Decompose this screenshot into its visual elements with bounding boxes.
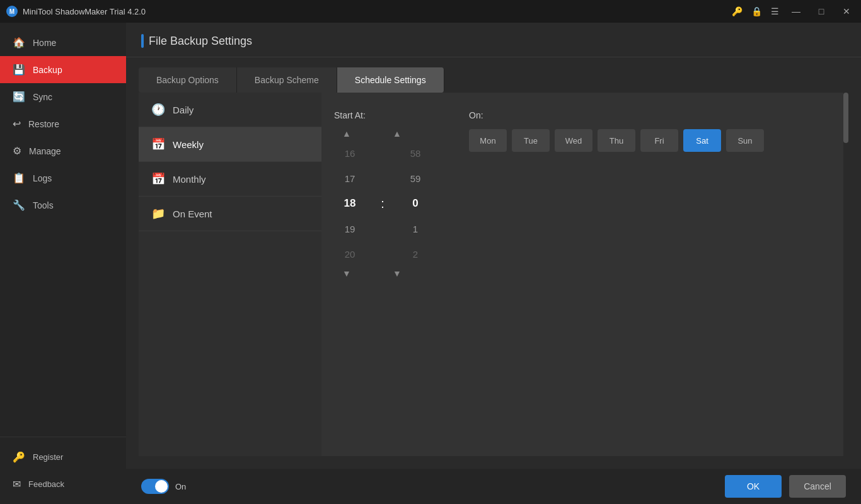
- ok-button[interactable]: OK: [725, 475, 782, 498]
- tools-icon: 🔧: [13, 199, 25, 211]
- day-sat[interactable]: Sat: [683, 129, 721, 152]
- minutes-column: 58 59 0 1 2: [400, 140, 431, 266]
- key-icon[interactable]: 🔑: [732, 6, 743, 16]
- sidebar-item-restore[interactable]: ↩ Restore: [0, 110, 126, 137]
- minimize-button[interactable]: —: [788, 3, 804, 20]
- sidebar-item-sync[interactable]: 🔄 Sync: [0, 83, 126, 110]
- tab-backup-options[interactable]: Backup Options: [139, 67, 237, 93]
- min-plus2: 2: [400, 241, 431, 266]
- app-body: 🏠 Home 💾 Backup 🔄 Sync ↩ Restore ⚙ Manag…: [0, 23, 861, 504]
- settings-tabs: Backup Options Backup Scheme Schedule Se…: [139, 67, 848, 93]
- enable-toggle[interactable]: [141, 479, 169, 494]
- cancel-button[interactable]: Cancel: [789, 475, 846, 498]
- time-arrows-top: ▲ ▲: [334, 129, 431, 138]
- toggle-knob: [155, 480, 168, 493]
- sidebar-item-label-restore: Restore: [28, 119, 59, 129]
- tab-backup-scheme[interactable]: Backup Scheme: [237, 67, 337, 93]
- day-sun[interactable]: Sun: [726, 129, 764, 152]
- minute-up-button[interactable]: ▲: [384, 129, 410, 138]
- min-selected: 0: [400, 191, 431, 216]
- feedback-icon: ✉: [13, 478, 21, 490]
- lock-icon[interactable]: 🔒: [751, 6, 762, 16]
- schedule-type-label-daily: Daily: [173, 105, 194, 115]
- day-fri[interactable]: Fri: [640, 129, 678, 152]
- day-selector-section: On: Mon Tue Wed Thu Fri Sat Sun: [469, 110, 764, 152]
- day-thu[interactable]: Thu: [598, 129, 635, 152]
- hours-column: 16 17 18 19 20: [334, 140, 366, 266]
- schedule-type-weekly[interactable]: 📅 Weekly: [139, 127, 321, 162]
- on-label: On:: [469, 110, 764, 120]
- sidebar-bottom: 🔑 Register ✉ Feedback: [0, 437, 126, 504]
- time-separator: :: [378, 191, 387, 216]
- hour-selected: 18: [334, 191, 366, 216]
- sync-icon: 🔄: [13, 91, 25, 103]
- minute-down-button[interactable]: ▼: [384, 269, 410, 278]
- titlebar-controls: 🔑 🔒 ☰ — □ ✕: [732, 3, 855, 20]
- day-wed[interactable]: Wed: [555, 129, 592, 152]
- sidebar-item-tools[interactable]: 🔧 Tools: [0, 192, 126, 219]
- app-logo: M: [6, 6, 18, 17]
- sidebar-item-label-register: Register: [33, 452, 63, 462]
- sidebar-nav: 🏠 Home 💾 Backup 🔄 Sync ↩ Restore ⚙ Manag…: [0, 23, 126, 437]
- page-header: File Backup Settings: [126, 23, 861, 57]
- scrollbar-thumb[interactable]: [843, 93, 848, 143]
- logs-icon: 📋: [13, 172, 25, 184]
- schedule-type-monthly[interactable]: 📅 Monthly: [139, 162, 321, 197]
- home-icon: 🏠: [13, 37, 25, 49]
- app-title: MiniTool ShadowMaker Trial 4.2.0: [23, 7, 146, 16]
- hour-plus1: 19: [334, 216, 366, 241]
- sidebar-item-label-home: Home: [33, 38, 56, 48]
- monthly-icon: 📅: [151, 172, 165, 186]
- page-title: File Backup Settings: [149, 35, 252, 48]
- schedule-type-label-monthly: Monthly: [173, 174, 206, 185]
- toggle-row: On: [141, 479, 186, 494]
- time-picker-section: Start At: ▲ ▲ 16 17 18 19: [334, 110, 431, 278]
- daily-icon: 🕐: [151, 103, 165, 117]
- sidebar-item-feedback[interactable]: ✉ Feedback: [0, 471, 126, 498]
- sidebar-item-logs[interactable]: 📋 Logs: [0, 164, 126, 192]
- bottom-bar: On OK Cancel: [126, 469, 861, 504]
- sidebar-item-label-feedback: Feedback: [28, 479, 64, 489]
- sidebar-item-backup[interactable]: 💾 Backup: [0, 56, 126, 83]
- header-accent-bar: [141, 34, 144, 48]
- schedule-type-label-weekly: Weekly: [173, 139, 204, 150]
- sidebar-item-label-manage: Manage: [29, 146, 61, 156]
- schedule-type-on-event[interactable]: 📁 On Event: [139, 197, 321, 231]
- close-button[interactable]: ✕: [838, 3, 855, 20]
- sidebar-item-label-sync: Sync: [33, 92, 52, 102]
- menu-icon[interactable]: ☰: [771, 6, 779, 16]
- hour-minus2: 16: [334, 140, 366, 166]
- main-content: File Backup Settings Backup Options Back…: [126, 23, 861, 504]
- settings-body: 🕐 Daily 📅 Weekly 📅 Monthly 📁 On Event: [139, 93, 848, 456]
- time-arrows-bottom: ▼ ▼: [334, 269, 431, 278]
- schedule-type-daily[interactable]: 🕐 Daily: [139, 93, 321, 127]
- manage-icon: ⚙: [13, 145, 21, 157]
- min-plus1: 1: [400, 216, 431, 241]
- sidebar-item-home[interactable]: 🏠 Home: [0, 29, 126, 56]
- restore-icon: ↩: [13, 118, 21, 130]
- scrollbar-track[interactable]: [843, 93, 848, 456]
- tab-schedule-settings[interactable]: Schedule Settings: [337, 67, 444, 93]
- day-buttons: Mon Tue Wed Thu Fri Sat Sun: [469, 129, 764, 152]
- day-tue[interactable]: Tue: [512, 129, 550, 152]
- weekly-icon: 📅: [151, 137, 165, 151]
- min-minus2: 58: [400, 140, 431, 166]
- sidebar-item-register[interactable]: 🔑 Register: [0, 444, 126, 471]
- maximize-button[interactable]: □: [813, 3, 829, 20]
- hour-minus1: 17: [334, 166, 366, 191]
- backup-icon: 💾: [13, 64, 25, 76]
- schedule-types-panel: 🕐 Daily 📅 Weekly 📅 Monthly 📁 On Event: [139, 93, 321, 456]
- schedule-row: Start At: ▲ ▲ 16 17 18 19: [334, 110, 831, 278]
- sidebar-item-label-backup: Backup: [33, 65, 62, 75]
- titlebar: M MiniTool ShadowMaker Trial 4.2.0 🔑 🔒 ☰…: [0, 0, 861, 23]
- day-mon[interactable]: Mon: [469, 129, 507, 152]
- hour-up-button[interactable]: ▲: [334, 129, 359, 138]
- hour-down-button[interactable]: ▼: [334, 269, 359, 278]
- sidebar-item-manage[interactable]: ⚙ Manage: [0, 137, 126, 164]
- sidebar-item-label-tools: Tools: [33, 200, 54, 210]
- sidebar: 🏠 Home 💾 Backup 🔄 Sync ↩ Restore ⚙ Manag…: [0, 23, 126, 504]
- min-minus1: 59: [400, 166, 431, 191]
- schedule-type-label-on-event: On Event: [173, 209, 212, 219]
- start-at-label: Start At:: [334, 110, 431, 120]
- time-display: 16 17 18 19 20 : 58 59 0 1: [334, 140, 431, 266]
